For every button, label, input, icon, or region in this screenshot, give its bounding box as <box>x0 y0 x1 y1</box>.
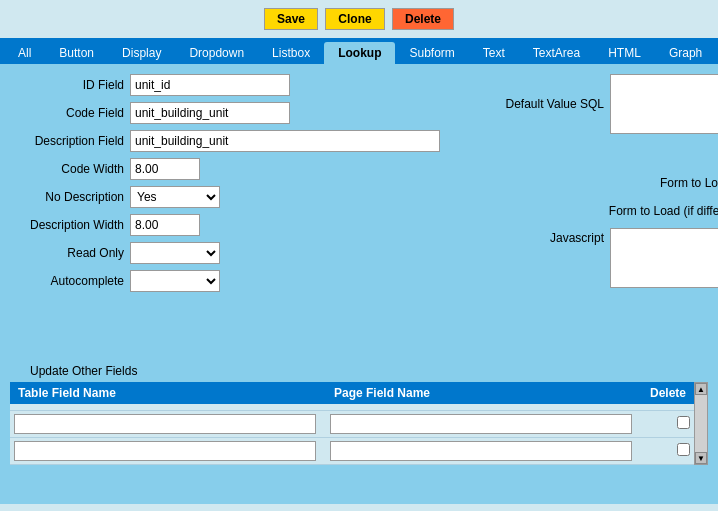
tab-display[interactable]: Display <box>108 42 175 64</box>
no-description-label: No Description <box>10 190 130 204</box>
row1-table-field-input[interactable] <box>14 414 316 434</box>
delete-button[interactable]: Delete <box>392 8 454 30</box>
row2-delete-checkbox[interactable] <box>677 443 690 456</box>
tab-html[interactable]: HTML <box>594 42 655 64</box>
form-left: ID Field Code Field Description Field Co… <box>10 74 440 352</box>
description-field-input[interactable] <box>130 130 440 152</box>
read-only-select[interactable]: Yes No <box>130 242 220 264</box>
code-width-input[interactable] <box>130 158 200 180</box>
tab-graph[interactable]: Graph <box>655 42 716 64</box>
col-page-field-name: Page Field Name <box>326 382 642 404</box>
tab-button[interactable]: Button <box>45 42 108 64</box>
code-field-label: Code Field <box>10 106 130 120</box>
read-only-label: Read Only <box>10 246 130 260</box>
code-width-label: Code Width <box>10 162 130 176</box>
scroll-down-button[interactable]: ▼ <box>695 452 707 464</box>
no-description-select[interactable]: Yes No <box>130 186 220 208</box>
col-table-field-name: Table Field Name <box>10 382 326 404</box>
tab-listbox[interactable]: Listbox <box>258 42 324 64</box>
stop-duplicates-label: Stop Duplicates <box>710 328 718 342</box>
update-title: Update Other Fields <box>10 364 708 378</box>
default-value-sql-label: Default Value SQL <box>450 97 610 111</box>
description-width-input[interactable] <box>130 214 200 236</box>
javascript-input[interactable] <box>610 228 718 288</box>
tab-all[interactable]: All <box>4 42 45 64</box>
tab-dropdown[interactable]: Dropdown <box>175 42 258 64</box>
toolbar: Save Clone Delete <box>0 0 718 38</box>
scroll-up-button[interactable]: ▲ <box>695 383 707 395</box>
form-to-load-label: Form to Load (if different) <box>590 204 718 218</box>
autocomplete-select[interactable]: Yes No <box>130 270 220 292</box>
id-field-input[interactable] <box>130 74 290 96</box>
clone-button[interactable]: Clone <box>325 8 384 30</box>
col-delete: Delete <box>642 382 694 404</box>
description-width-label: Description Width <box>10 218 130 232</box>
update-section: Update Other Fields Table Field Name Pag… <box>10 364 708 465</box>
code-field-input[interactable] <box>130 102 290 124</box>
tab-lookup[interactable]: Lookup <box>324 42 395 64</box>
stop-blanks-label: Stop Blanks <box>710 300 718 314</box>
autocomplete-label: Autocomplete <box>10 274 130 288</box>
tab-subform[interactable]: Subform <box>395 42 468 64</box>
row1-page-field-input[interactable] <box>330 414 632 434</box>
row2-table-field-input[interactable] <box>14 441 316 461</box>
tab-text[interactable]: Text <box>469 42 519 64</box>
javascript-label: Javascript <box>450 228 610 245</box>
id-field-label: ID Field <box>10 78 130 92</box>
form-right: Default Value SQL Form to Lookup Form to… <box>450 74 718 352</box>
tab-textarea[interactable]: TextArea <box>519 42 594 64</box>
nav-tabs: All Button Display Dropdown Listbox Look… <box>0 38 718 64</box>
default-value-sql-input[interactable] <box>610 74 718 134</box>
table-scrollbar[interactable]: ▲ ▼ <box>694 382 708 465</box>
row2-page-field-input[interactable] <box>330 441 632 461</box>
table-row <box>10 438 694 465</box>
main-content: ID Field Code Field Description Field Co… <box>0 64 718 504</box>
table-wrapper: Table Field Name Page Field Name Delete <box>10 382 708 465</box>
form-to-lookup-label: Form to Lookup <box>590 176 718 190</box>
save-button[interactable]: Save <box>264 8 318 30</box>
update-table: Table Field Name Page Field Name Delete <box>10 382 694 465</box>
row1-delete-checkbox[interactable] <box>677 416 690 429</box>
description-field-label: Description Field <box>10 134 130 148</box>
table-row <box>10 411 694 438</box>
